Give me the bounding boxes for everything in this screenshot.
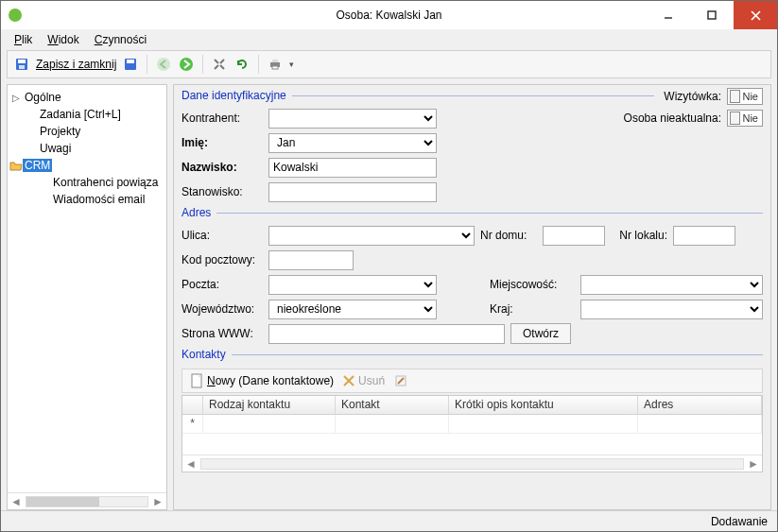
tree-item-zadania[interactable]: Zadania [Ctrl+L] <box>9 106 164 123</box>
nazwisko-input[interactable] <box>268 158 437 178</box>
scroll-left-icon[interactable]: ◄ <box>10 495 22 508</box>
miejscowosc-select[interactable] <box>580 275 763 295</box>
toggle-wizytowka[interactable]: Nie <box>727 88 763 105</box>
tree-item-projekty[interactable]: Projekty <box>9 123 164 140</box>
svg-rect-6 <box>19 65 25 69</box>
kod-input[interactable] <box>268 250 354 270</box>
close-button[interactable] <box>734 1 777 29</box>
chevron-right-icon[interactable]: ▷ <box>9 93 23 103</box>
kontrahent-select[interactable] <box>268 109 437 129</box>
grid-header-selector[interactable] <box>182 396 203 414</box>
menu-widok[interactable]: Widok <box>47 33 78 46</box>
stanowisko-input[interactable] <box>268 182 437 202</box>
label-nazwisko: Nazwisko: <box>182 161 263 174</box>
refresh-icon[interactable] <box>233 56 251 73</box>
label-nrdomu: Nr domu: <box>480 229 537 242</box>
statusbar: Dodawanie <box>1 510 777 531</box>
sidebar-hscroll[interactable]: ◄ ► <box>8 492 166 509</box>
save-close-icon[interactable] <box>13 56 30 73</box>
delete-icon <box>343 375 354 386</box>
minimize-button[interactable] <box>647 1 690 29</box>
main-panel: Dane identyfikacyjne Wizytówka: Nie Kont… <box>173 84 771 510</box>
svg-rect-5 <box>18 60 26 63</box>
edit-icon <box>394 374 407 387</box>
ulica-select[interactable] <box>268 226 475 246</box>
grid-hscroll[interactable]: ◄ ► <box>182 455 762 472</box>
maximize-icon <box>707 10 717 20</box>
toolbar: Zapisz i zamknij ▾ <box>7 50 771 78</box>
grid-new-row[interactable]: * <box>182 415 762 434</box>
grid-header-kontakt[interactable]: Kontakt <box>336 396 449 414</box>
woj-select[interactable]: nieokreślone <box>268 300 437 319</box>
grid-header-rodzaj[interactable]: Rodzaj kontaktu <box>203 396 336 414</box>
tree-item-ogolne[interactable]: ▷ Ogólne <box>9 89 164 106</box>
nrlokalu-input[interactable] <box>673 226 735 246</box>
save-close-button[interactable]: Zapisz i zamknij <box>36 58 116 71</box>
tree-item-crm[interactable]: CRM <box>9 157 164 174</box>
otworz-button[interactable]: Otwórz <box>510 323 571 344</box>
nrdomu-input[interactable] <box>543 226 605 246</box>
label-ulica: Ulica: <box>182 229 263 242</box>
svg-rect-13 <box>272 66 278 69</box>
svg-rect-8 <box>127 60 134 63</box>
svg-rect-1 <box>708 11 716 19</box>
tree-item-kontrahenci[interactable]: Kontrahenci powiąza <box>9 174 164 191</box>
menu-plik[interactable]: Plik <box>14 33 32 46</box>
svg-point-9 <box>157 58 170 71</box>
svg-point-10 <box>180 58 193 71</box>
status-mode: Dodawanie <box>711 515 768 528</box>
sidebar: ▷ Ogólne Zadania [Ctrl+L] Projekty Uwagi… <box>7 84 167 510</box>
edit-contact-button <box>394 374 407 387</box>
contacts-toolbar: Nowy (Dane kontaktowe) Usuń <box>182 369 763 393</box>
section-kontakty: Kontakty <box>182 348 763 361</box>
label-woj: Województwo: <box>182 302 263 316</box>
label-kraj: Kraj: <box>490 302 575 316</box>
folder-open-icon[interactable] <box>9 160 23 171</box>
scroll-thumb[interactable] <box>26 497 99 506</box>
checkbox-icon <box>730 90 740 103</box>
window-title: Osoba: Kowalski Jan <box>336 9 441 22</box>
imie-select[interactable]: Jan <box>268 133 437 153</box>
menu-czynnosci[interactable]: Czynności <box>95 33 147 46</box>
grid-header-opis[interactable]: Krótki opis kontaktu <box>449 396 638 414</box>
new-contact-button[interactable]: Nowy (Dane kontaktowe) <box>190 373 334 388</box>
www-input[interactable] <box>268 324 505 344</box>
contacts-grid: Rodzaj kontaktu Kontakt Krótki opis kont… <box>182 395 763 472</box>
minimize-icon <box>664 10 673 20</box>
section-adres: Adres <box>182 206 763 219</box>
nav-forward-icon[interactable] <box>178 56 195 73</box>
label-imie: Imię: <box>182 136 263 149</box>
label-kontrahent: Kontrahent: <box>182 112 263 125</box>
toggle-nieaktualna[interactable]: Nie <box>727 110 763 127</box>
label-nieaktualna: Osoba nieaktualna: <box>624 112 721 125</box>
new-doc-icon <box>190 373 203 388</box>
maximize-button[interactable] <box>690 1 734 29</box>
kraj-select[interactable] <box>580 300 763 319</box>
section-ident: Dane identyfikacyjne <box>182 89 654 102</box>
scroll-track[interactable] <box>26 496 148 507</box>
print-dropdown-icon[interactable]: ▾ <box>289 60 294 69</box>
label-kod: Kod pocztowy: <box>182 253 263 266</box>
print-icon[interactable] <box>267 56 284 73</box>
tools-icon[interactable] <box>211 56 228 73</box>
app-window: Osoba: Kowalski Jan Plik Widok Czynności… <box>0 0 778 532</box>
close-icon <box>751 10 761 21</box>
grid-header: Rodzaj kontaktu Kontakt Krótki opis kont… <box>182 396 762 415</box>
label-nrlokalu: Nr lokalu: <box>611 229 667 242</box>
tree-item-wiadomosci[interactable]: Wiadomości email <box>9 191 164 208</box>
scroll-right-icon[interactable]: ► <box>748 457 759 471</box>
toolbar-separator <box>258 55 259 74</box>
toolbar-separator <box>202 55 203 74</box>
nav-tree: ▷ Ogólne Zadania [Ctrl+L] Projekty Uwagi… <box>8 85 166 492</box>
grid-header-adres[interactable]: Adres <box>638 396 762 414</box>
save-icon[interactable] <box>122 56 139 73</box>
window-buttons <box>647 1 777 29</box>
tree-item-uwagi[interactable]: Uwagi <box>9 140 164 157</box>
scroll-right-icon[interactable]: ► <box>152 495 164 508</box>
scroll-track[interactable] <box>200 458 744 470</box>
toolbar-separator <box>147 55 147 74</box>
poczta-select[interactable] <box>268 275 437 295</box>
checkbox-icon <box>730 112 740 125</box>
scroll-left-icon[interactable]: ◄ <box>185 457 197 471</box>
label-miejscowosc: Miejscowość: <box>490 278 575 291</box>
